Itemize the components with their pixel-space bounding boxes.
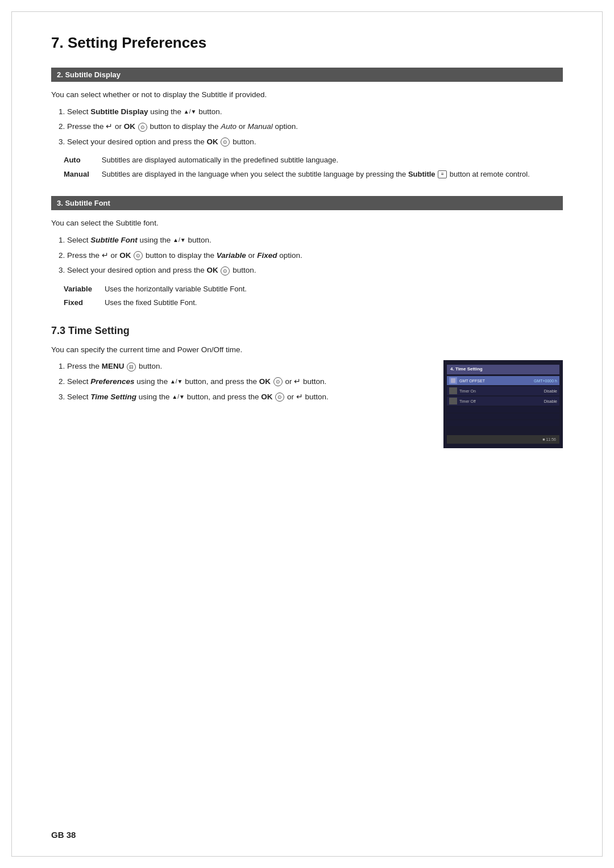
menu-empty-row <box>447 407 559 412</box>
menu-row-label: Timer Off <box>459 398 544 404</box>
subtitle-display-descriptions: Auto Subtitles are displayed automatical… <box>63 153 531 182</box>
step-item: Select your desired option and press the… <box>67 136 563 148</box>
menu-row-timer-off: Timer Off Disable <box>447 397 559 406</box>
step-item: Press the MENU ⊟ button. <box>67 360 426 373</box>
subtitle-font-intro: You can select the Subtitle font. <box>51 217 563 229</box>
updown-icon: ▲/▼ <box>170 377 183 386</box>
menu-row-label: Timer On <box>459 388 544 394</box>
section-time-setting: 7.3 Time Setting You can specify the cur… <box>51 325 563 449</box>
page-footer: GB 38 <box>51 830 76 840</box>
subtitle-font-steps: Select Subtitle Font using the ▲/▼ butto… <box>67 234 563 277</box>
description-row: Auto Subtitles are displayed automatical… <box>64 155 530 168</box>
term-auto: Auto <box>64 155 101 168</box>
updown-icon: ▲/▼ <box>173 236 186 245</box>
description-row: Variable Uses the horizontally variable … <box>64 283 247 297</box>
term-fixed: Fixed <box>64 297 103 310</box>
def-manual: Subtitles are displayed in the language … <box>102 169 530 182</box>
section-header-subtitle-font: 3. Subtitle Font <box>51 196 563 210</box>
menu-empty-row <box>447 414 559 419</box>
step-item: Select Subtitle Display using the ▲/▼ bu… <box>67 106 563 118</box>
menu-row-icon <box>449 387 457 394</box>
time-setting-intro: You can specify the current time and Pow… <box>51 344 563 356</box>
ok-icon: ⊙ <box>221 266 230 276</box>
subtitle-display-intro: You can select whether or not to display… <box>51 89 563 101</box>
menu-row-value: Disable <box>544 388 557 394</box>
ok-icon: ⊙ <box>138 123 147 132</box>
step-item: Select Preferences using the ▲/▼ button,… <box>67 375 426 388</box>
menu-row-icon <box>449 377 457 384</box>
section-content-time-setting: You can specify the current time and Pow… <box>51 344 563 449</box>
subtitle-display-steps: Select Subtitle Display using the ▲/▼ bu… <box>67 106 563 148</box>
step-item: Select your desired option and press the… <box>67 264 563 277</box>
subtitle-font-descriptions: Variable Uses the horizontally variable … <box>63 282 248 311</box>
menu-row-gmt: GMT OFFSET GMT+0000 h <box>447 376 559 385</box>
section-subtitle-display: 2. Subtitle Display You can select wheth… <box>51 68 563 182</box>
menu-row-label: GMT OFFSET <box>459 378 534 384</box>
menu-row-value: Disable <box>544 398 557 404</box>
section-content-subtitle-font: You can select the Subtitle font. Select… <box>51 217 563 311</box>
menu-row-value: GMT+0000 h <box>534 378 557 384</box>
menu-icon: ⊟ <box>127 362 136 372</box>
menu-screen: 4. Time Setting GMT OFFSET GMT+0000 h <box>443 360 563 448</box>
term-manual: Manual <box>64 169 101 182</box>
def-variable: Uses the horizontally variable Subtitle … <box>105 283 247 297</box>
ok-icon: ⊙ <box>221 137 230 147</box>
time-setting-screenshot: 4. Time Setting GMT OFFSET GMT+0000 h <box>443 360 563 448</box>
section-content-subtitle-display: You can select whether or not to display… <box>51 89 563 182</box>
menu-row-icon <box>449 398 457 404</box>
subtitle-icon: ≡ <box>438 170 447 178</box>
updown-icon: ▲/▼ <box>184 107 197 116</box>
step-item: Presse the ↵ or OK ⊙ button to display t… <box>67 120 563 133</box>
def-fixed: Uses the fixed Subtitle Font. <box>105 297 247 310</box>
menu-clock: ■ 11:56 <box>542 436 556 443</box>
menu-title: 4. Time Setting <box>447 365 559 374</box>
description-row: Fixed Uses the fixed Subtitle Font. <box>64 297 247 310</box>
term-variable: Variable <box>64 283 103 297</box>
step-item: Select Subtitle Font using the ▲/▼ butto… <box>67 234 563 247</box>
content-area: 7. Setting Preferences 2. Subtitle Displ… <box>51 34 563 448</box>
time-setting-layout: Press the MENU ⊟ button. Select Preferen… <box>51 360 563 448</box>
ok-icon: ⊙ <box>273 377 283 386</box>
section-subtitle-font: 3. Subtitle Font You can select the Subt… <box>51 196 563 311</box>
menu-bottom-bar: ■ 11:56 <box>447 435 559 444</box>
time-setting-text: Press the MENU ⊟ button. Select Preferen… <box>51 360 426 408</box>
menu-empty-row <box>447 420 559 426</box>
def-auto: Subtitles are displayed automatically in… <box>102 155 530 168</box>
subsection-title: 7.3 Time Setting <box>51 325 563 337</box>
page-title: 7. Setting Preferences <box>51 34 563 52</box>
menu-row-timer-on: Timer On Disable <box>447 386 559 395</box>
ok-icon: ⊙ <box>134 251 143 260</box>
section-header-subtitle-display: 2. Subtitle Display <box>51 68 563 82</box>
time-setting-steps: Press the MENU ⊟ button. Select Preferen… <box>67 360 426 403</box>
step-item: Select Time Setting using the ▲/▼ button… <box>67 391 426 403</box>
step-item: Press the ↵ or OK ⊙ button to display th… <box>67 249 563 262</box>
updown-icon: ▲/▼ <box>172 393 185 402</box>
description-row: Manual Subtitles are displayed in the la… <box>64 169 530 182</box>
ok-icon: ⊙ <box>275 393 284 402</box>
